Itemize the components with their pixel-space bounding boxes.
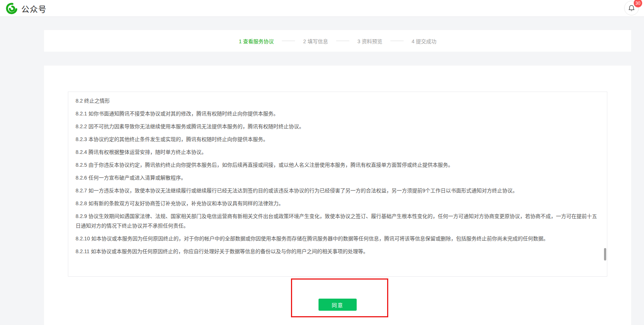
agreement-paragraph: 8.2.2 因不可抗力因素导致你无法继续使用本服务或腾讯无法提供本服务的，腾讯有… <box>76 122 600 131</box>
agreement-paragraph: 8.2.9 协议生效期间如遇国家法律、法规、国家相关部门及电信运营商有新相关文件… <box>76 211 600 230</box>
stepper-step-label: 2 填写信息 <box>303 37 328 45</box>
stepper-step-label: 3 资料预览 <box>357 37 382 45</box>
agreement-paragraph: 8.2.8 如有新的条款双方可友好协商签订补充协议，补充协议和本协议具有同样的法… <box>76 199 600 208</box>
agreement-paragraph: 8.2.7 如一方违反本协议，致使本协议无法继续履行或继续履行已经无法达到签约目… <box>76 186 600 195</box>
agreement-paragraph: 8.2.1 如你书面通知腾讯不接受本协议或对其的修改，腾讯有权随时终止向你提供本… <box>76 109 600 118</box>
top-header: 公众号 30 <box>0 0 644 17</box>
agreement-paragraph: 8.2.11 如本协议或本服务因为任何原因终止的，你应自行处理好关于数据等信息的… <box>76 247 600 256</box>
brand-title: 公众号 <box>21 3 47 14</box>
annotation-highlight-box <box>291 278 388 317</box>
agreement-paragraph: 8.2.10 如本协议或本服务因为任何原因终止的，对于你的帐户中的全部数据或你因… <box>76 234 600 243</box>
notifications-button[interactable]: 30 <box>624 1 639 15</box>
agreement-paragraph: 8.2.4 腾讯有权根据整体运营安排，随时单方终止本协议。 <box>76 147 600 157</box>
agree-button[interactable]: 同意 <box>319 299 357 311</box>
agreement-text: 8.2 终止之情形8.2.1 如你书面通知腾讯不接受本协议或对其的修改，腾讯有权… <box>76 96 600 256</box>
agreement-paragraph: 8.2.3 本协议约定的其他终止条件发生或实现的，腾讯有权随时终止向你提供本服务… <box>76 134 600 144</box>
content-panel: 8.2 终止之情形8.2.1 如你书面通知腾讯不接受本协议或对其的修改，腾讯有权… <box>44 66 631 325</box>
stepper-step: 3 资料预览 <box>328 37 382 45</box>
stepper-step: 1 查看服务协议 <box>239 37 274 45</box>
stepper-step: 2 填写信息 <box>274 37 328 45</box>
notification-badge: 30 <box>634 0 642 7</box>
agreement-scroll-area[interactable]: 8.2 终止之情形8.2.1 如你书面通知腾讯不接受本协议或对其的修改，腾讯有权… <box>68 92 607 277</box>
registration-stepper: 1 查看服务协议 2 填写信息 3 资料预览 4 提交成功 <box>239 37 437 45</box>
agreement-paragraph: 8.2 终止之情形 <box>76 96 600 106</box>
official-accounts-swirl-icon <box>6 3 18 14</box>
agreement-paragraph: 8.2.6 任何一方宣布破产或进入清算或解散程序。 <box>76 173 600 182</box>
agreement-scrollbar-thumb[interactable] <box>604 248 606 261</box>
stepper-step-label: 1 查看服务协议 <box>239 37 274 45</box>
agreement-paragraph: 8.2.5 由于你违反本协议约定，腾讯依约终止向你提供本服务后，如你后续再直接或… <box>76 160 600 170</box>
brand: 公众号 <box>6 3 47 14</box>
stepper-step-label: 4 提交成功 <box>412 37 437 45</box>
stepper-card: 1 查看服务协议 2 填写信息 3 资料预览 4 提交成功 <box>44 30 631 52</box>
stepper-step: 4 提交成功 <box>382 37 437 45</box>
